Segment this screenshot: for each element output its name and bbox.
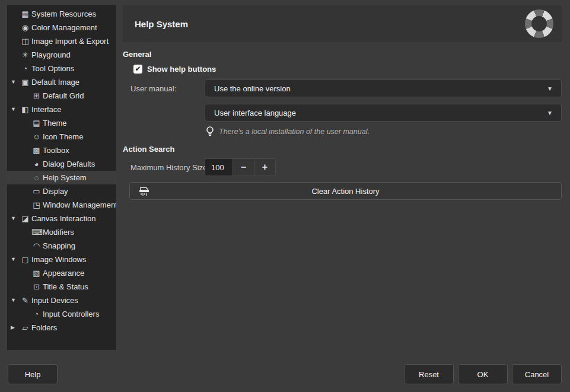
page-header: Help System bbox=[123, 5, 562, 42]
sidebar-item-color-management[interactable]: ◉ Color Management bbox=[7, 21, 116, 34]
help-system-lifebuoy-icon: ◌ bbox=[31, 171, 42, 184]
sidebar-item-label: Snapping bbox=[43, 241, 75, 250]
sidebar-item-tool-options[interactable]: ◔ Tool Options bbox=[7, 62, 116, 75]
input-controllers-icon: ◔ bbox=[31, 307, 42, 321]
playground-icon: ✳ bbox=[20, 48, 30, 62]
sidebar-item-label: Title & Status bbox=[43, 282, 88, 291]
sidebar-item-label: Input Devices bbox=[31, 296, 78, 305]
manual-language-dropdown[interactable]: User interface language ▼ bbox=[205, 104, 562, 122]
reset-button-label: Reset bbox=[419, 370, 439, 379]
sidebar-item-label: Input Controllers bbox=[43, 310, 99, 318]
sidebar-item-input-controllers[interactable]: ◔ Input Controllers bbox=[7, 307, 116, 321]
max-history-size-input[interactable]: 100 bbox=[205, 159, 233, 176]
help-button[interactable]: Help bbox=[8, 364, 58, 384]
interface-icon: ◧ bbox=[20, 103, 30, 116]
sidebar-item-playground[interactable]: ✳ Playground bbox=[7, 48, 116, 62]
sidebar-item-dialog-defaults[interactable]: ◕ Dialog Defaults bbox=[7, 157, 116, 171]
sidebar-item-theme[interactable]: ▤ Theme bbox=[7, 116, 116, 130]
dialog-defaults-icon: ◕ bbox=[31, 157, 42, 171]
snapping-icon: ◠ bbox=[31, 239, 42, 253]
window-management-icon: ◳ bbox=[31, 198, 42, 212]
sidebar-item-label: Tool Options bbox=[31, 64, 74, 73]
sidebar-item-default-grid[interactable]: ⊞ Default Grid bbox=[7, 89, 116, 103]
sidebar-item-display[interactable]: ▭ Display bbox=[7, 184, 116, 198]
ok-button-label: OK bbox=[477, 370, 489, 379]
user-manual-dropdown-value: Use the online version bbox=[214, 84, 291, 93]
expander-down-icon[interactable]: ▼ bbox=[11, 75, 20, 89]
show-help-buttons-checkbox[interactable]: ✔ bbox=[133, 65, 142, 74]
expander-down-icon[interactable]: ▼ bbox=[11, 253, 20, 266]
theme-icon: ▤ bbox=[31, 116, 42, 130]
image-import-export-icon: ◫ bbox=[20, 34, 30, 48]
sidebar-item-folders[interactable]: ▶ ▱ Folders bbox=[7, 321, 116, 334]
sidebar-item-label: Theme bbox=[43, 119, 66, 128]
sidebar-item-input-devices[interactable]: ▼ ✎ Input Devices bbox=[7, 294, 116, 307]
sidebar-item-snapping[interactable]: ◠ Snapping bbox=[7, 239, 116, 253]
sidebar-item-appearance[interactable]: ▧ Appearance bbox=[7, 266, 116, 280]
sidebar-item-modifiers[interactable]: ⌨ Modifiers bbox=[7, 225, 116, 239]
sidebar-item-label: Folders bbox=[31, 323, 57, 332]
sidebar-item-image-windows[interactable]: ▼ ▢ Image Windows bbox=[7, 253, 116, 266]
title-status-icon: ⊡ bbox=[31, 280, 42, 294]
chevron-down-icon: ▼ bbox=[547, 110, 553, 116]
color-management-icon: ◉ bbox=[20, 21, 30, 34]
sidebar-item-label: System Resources bbox=[31, 9, 96, 18]
plus-icon: + bbox=[262, 162, 268, 173]
sidebar-item-label: Image Import & Export bbox=[31, 37, 109, 46]
clear-action-history-label: Clear Action History bbox=[311, 187, 379, 196]
sidebar-item-label: Image Windows bbox=[31, 255, 86, 264]
sidebar-item-canvas-interaction[interactable]: ▼ ◪ Canvas Interaction bbox=[7, 212, 116, 225]
expander-right-icon[interactable]: ▶ bbox=[11, 321, 20, 334]
input-devices-icon: ✎ bbox=[20, 294, 30, 307]
sidebar-item-label: Window Management bbox=[43, 200, 116, 209]
shredder-icon bbox=[138, 186, 150, 197]
modifiers-icon: ⌨ bbox=[31, 225, 42, 239]
sidebar-item-help-system[interactable]: ◌ Help System bbox=[7, 171, 116, 184]
tool-options-icon: ◔ bbox=[20, 62, 30, 75]
manual-language-dropdown-value: User interface language bbox=[214, 109, 296, 117]
reset-button[interactable]: Reset bbox=[404, 364, 454, 384]
cancel-button[interactable]: Cancel bbox=[512, 364, 562, 384]
sidebar-item-interface[interactable]: ▼ ◧ Interface bbox=[7, 103, 116, 116]
ok-button[interactable]: OK bbox=[458, 364, 508, 384]
manual-info-text: There's a local installation of the user… bbox=[219, 128, 370, 136]
preferences-category-tree: ▦ System Resources ◉ Color Management ◫ … bbox=[7, 5, 116, 350]
sidebar-item-icon-theme[interactable]: ☺ Icon Theme bbox=[7, 130, 116, 144]
show-help-buttons-checkbox-row[interactable]: ✔ Show help buttons bbox=[133, 64, 216, 74]
sidebar-item-label: Dialog Defaults bbox=[43, 160, 95, 168]
help-button-label: Help bbox=[25, 370, 41, 379]
cancel-button-label: Cancel bbox=[525, 370, 549, 379]
expander-down-icon[interactable]: ▼ bbox=[11, 294, 20, 307]
sidebar-item-default-image[interactable]: ▼ ▣ Default Image bbox=[7, 75, 116, 89]
max-history-size-stepper: 100 − + bbox=[205, 158, 276, 176]
expander-down-icon[interactable]: ▼ bbox=[11, 103, 20, 116]
sidebar-item-label: Interface bbox=[31, 105, 62, 114]
general-section-label: General bbox=[123, 50, 151, 59]
toolbox-icon: ▩ bbox=[31, 144, 42, 157]
sidebar-item-label: Canvas Interaction bbox=[31, 214, 95, 223]
minus-icon: − bbox=[241, 162, 246, 173]
action-search-section-label: Action Search bbox=[123, 145, 174, 154]
user-manual-label: User manual: bbox=[130, 84, 176, 93]
lightbulb-icon bbox=[206, 126, 214, 138]
sidebar-item-label: Default Grid bbox=[43, 91, 84, 100]
sidebar-item-label: Playground bbox=[31, 50, 71, 59]
preferences-dialog: ▦ System Resources ◉ Color Management ◫ … bbox=[0, 0, 570, 392]
show-help-buttons-label: Show help buttons bbox=[147, 65, 216, 74]
max-history-size-label: Maximum History Size: bbox=[130, 163, 209, 172]
sidebar-item-image-import-export[interactable]: ◫ Image Import & Export bbox=[7, 34, 116, 48]
sidebar-item-label: Modifiers bbox=[43, 228, 74, 237]
user-manual-dropdown[interactable]: Use the online version ▼ bbox=[205, 79, 562, 97]
sidebar-item-title-status[interactable]: ⊡ Title & Status bbox=[7, 280, 116, 294]
default-grid-icon: ⊞ bbox=[31, 89, 42, 103]
chevron-down-icon: ▼ bbox=[547, 85, 553, 92]
sidebar-item-window-management[interactable]: ◳ Window Management bbox=[7, 198, 116, 212]
sidebar-item-system-resources[interactable]: ▦ System Resources bbox=[7, 7, 116, 21]
image-windows-icon: ▢ bbox=[20, 253, 30, 266]
sidebar-item-toolbox[interactable]: ▩ Toolbox bbox=[7, 144, 116, 157]
expander-down-icon[interactable]: ▼ bbox=[11, 212, 20, 225]
increment-button[interactable]: + bbox=[254, 159, 275, 176]
clear-action-history-button[interactable]: Clear Action History bbox=[129, 182, 562, 200]
decrement-button[interactable]: − bbox=[233, 159, 254, 176]
folders-icon: ▱ bbox=[20, 321, 30, 334]
